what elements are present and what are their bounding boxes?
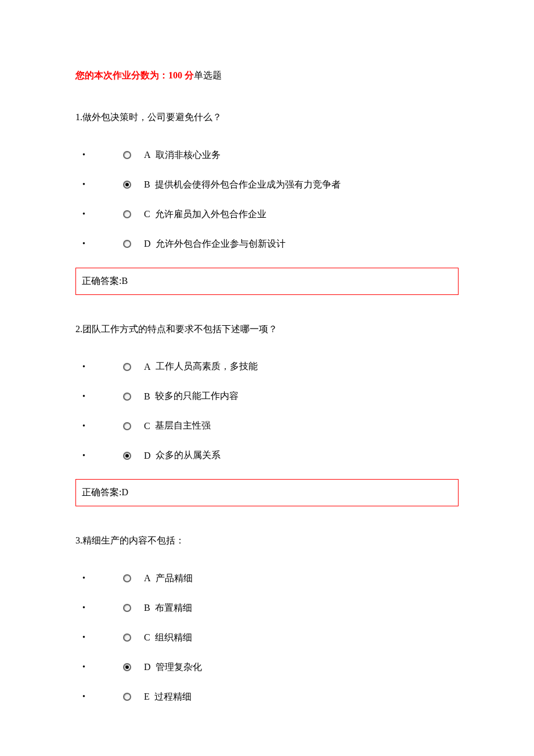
option-letter: D [144, 451, 151, 461]
question-body: 精细生产的内容不包括： [82, 535, 185, 545]
question-body: 团队工作方式的特点和要求不包括下述哪一项？ [82, 324, 277, 334]
question-block: 1.做外包决策时，公司要避免什么？ A 取消非核心业务 B 提供机会使得外包合作… [75, 110, 459, 295]
option-label: 众多的从属关系 [156, 449, 221, 462]
option-label: 组织精细 [155, 632, 192, 644]
list-item: C 组织精细 [82, 632, 459, 644]
list-item: B 提供机会使得外包合作企业成为强有力竞争者 [82, 179, 459, 191]
list-item: E 过程精细 [82, 691, 459, 703]
option-letter: A [144, 150, 151, 160]
radio-icon[interactable] [123, 210, 131, 218]
question-text: 1.做外包决策时，公司要避免什么？ [75, 110, 459, 125]
options-list: A 工作人员高素质，多技能 B 较多的只能工作内容 C 基层自主性强 D 众多的… [82, 361, 459, 462]
radio-icon[interactable] [123, 452, 131, 460]
list-item: D 管理复杂化 [82, 661, 459, 674]
question-number: 3. [75, 535, 82, 545]
list-item: A 产品精细 [82, 573, 459, 585]
radio-icon[interactable] [123, 151, 131, 159]
question-text: 3.精细生产的内容不包括： [75, 533, 459, 548]
section-type: 单选题 [194, 70, 222, 80]
list-item: A 工作人员高素质，多技能 [82, 361, 459, 373]
list-item: D 众多的从属关系 [82, 449, 459, 462]
answer-value: B [121, 276, 128, 286]
option-letter: B [144, 179, 150, 190]
option-label: 产品精细 [156, 573, 193, 585]
question-number: 1. [75, 112, 82, 122]
list-item: B 布置精细 [82, 602, 459, 614]
option-letter: A [144, 362, 151, 372]
score-prefix: 您的本次作业分数为： [75, 70, 168, 80]
radio-icon[interactable] [123, 604, 131, 612]
radio-icon[interactable] [123, 422, 131, 430]
radio-icon[interactable] [123, 240, 131, 248]
radio-icon[interactable] [123, 393, 131, 401]
list-item: A 取消非核心业务 [82, 149, 459, 161]
answer-box: 正确答案:D [75, 479, 459, 506]
radio-icon[interactable] [123, 574, 131, 582]
radio-icon[interactable] [123, 181, 131, 189]
option-letter: B [144, 603, 150, 613]
list-item: D 允许外包合作企业参与创新设计 [82, 238, 459, 250]
answer-label: 正确答案: [82, 276, 121, 286]
option-letter: D [144, 662, 151, 672]
radio-icon[interactable] [123, 363, 131, 371]
list-item: B 较多的只能工作内容 [82, 390, 459, 402]
question-number: 2. [75, 324, 82, 334]
score-header: 您的本次作业分数为：100 分单选题 [75, 70, 459, 82]
option-label: 取消非核心业务 [156, 149, 221, 161]
question-block: 3.精细生产的内容不包括： A 产品精细 B 布置精细 C 组织精细 D 管理复… [75, 533, 459, 703]
options-list: A 产品精细 B 布置精细 C 组织精细 D 管理复杂化 E 过程精细 [82, 573, 459, 703]
question-text: 2.团队工作方式的特点和要求不包括下述哪一项？ [75, 322, 459, 337]
answer-box: 正确答案:B [75, 268, 459, 295]
question-block: 2.团队工作方式的特点和要求不包括下述哪一项？ A 工作人员高素质，多技能 B … [75, 322, 459, 507]
option-label: 提供机会使得外包合作企业成为强有力竞争者 [155, 179, 341, 191]
option-label: 允许外包合作企业参与创新设计 [156, 238, 286, 250]
radio-icon[interactable] [123, 663, 131, 671]
option-label: 工作人员高素质，多技能 [156, 361, 258, 373]
option-letter: C [144, 632, 150, 643]
list-item: C 基层自主性强 [82, 420, 459, 432]
option-label: 布置精细 [155, 602, 192, 614]
option-label: 较多的只能工作内容 [155, 390, 239, 402]
option-label: 允许雇员加入外包合作企业 [155, 208, 266, 221]
score-value: 100 分 [168, 70, 194, 80]
radio-icon[interactable] [123, 633, 131, 642]
list-item: C 允许雇员加入外包合作企业 [82, 208, 459, 221]
option-label: 基层自主性强 [155, 420, 211, 432]
answer-label: 正确答案: [82, 487, 121, 497]
option-letter: C [144, 421, 150, 431]
option-label: 管理复杂化 [156, 661, 202, 674]
option-letter: D [144, 239, 151, 249]
option-letter: C [144, 209, 150, 219]
option-letter: B [144, 391, 150, 402]
answer-value: D [121, 487, 128, 497]
option-label: 过程精细 [154, 691, 192, 703]
option-letter: E [144, 692, 150, 702]
option-letter: A [144, 573, 151, 584]
options-list: A 取消非核心业务 B 提供机会使得外包合作企业成为强有力竞争者 C 允许雇员加… [82, 149, 459, 250]
question-body: 做外包决策时，公司要避免什么？ [82, 112, 222, 122]
radio-icon[interactable] [123, 693, 131, 701]
